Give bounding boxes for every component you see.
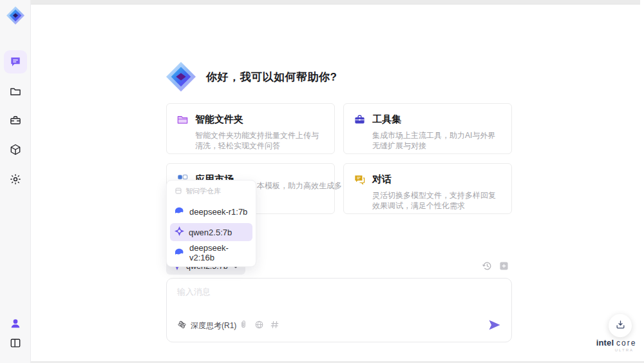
chat-top-actions (482, 260, 509, 271)
core-wordmark: core (616, 338, 636, 348)
sidebar-item-folders[interactable] (4, 80, 27, 103)
card-description: 集成市场上主流工具，助力AI与外界无缝扩展与对接 (372, 130, 502, 151)
history-icon[interactable] (482, 260, 493, 271)
card-description: 智能文件夹功能支持批量文件上传与清洗，轻松实现文件问答 (195, 130, 325, 151)
message-input[interactable]: 输入消息 (177, 286, 211, 298)
window-title-bar (31, 0, 640, 5)
message-composer: 输入消息 深度思考(R1) (166, 278, 512, 342)
send-icon[interactable] (487, 317, 502, 333)
cube-icon (9, 143, 22, 156)
card-dialogue[interactable]: 对话 灵活切换多模型文件，支持多样回复效果调试，满足个性化需求 (343, 163, 512, 214)
greeting-header: 你好，我可以如何帮助你? (166, 62, 337, 92)
assistant-logo (166, 62, 196, 92)
globe-icon[interactable] (254, 320, 264, 329)
greeting-text: 你好，我可以如何帮助你? (206, 70, 337, 84)
hash-icon[interactable] (270, 320, 279, 329)
intel-core-logo: intel core ULTRA (594, 338, 639, 352)
deepseek-whale-icon (175, 207, 185, 217)
new-chat-icon[interactable] (498, 260, 509, 271)
sidebar-item-panel-toggle[interactable] (4, 331, 27, 355)
deep-think-toggle[interactable]: 深度思考(R1) (177, 320, 236, 331)
download-button[interactable] (609, 314, 632, 337)
card-description-partial: 本模板，助力高效生成多 (257, 181, 342, 191)
folder-purple-icon (176, 113, 189, 126)
card-title: 对话 (372, 173, 392, 186)
card-title: 智能文件夹 (195, 113, 243, 126)
sidebar (0, 0, 31, 363)
ultra-wordmark: ULTRA (594, 348, 639, 352)
folder-icon (9, 85, 22, 98)
chat-yellow-icon (353, 173, 366, 186)
chat-icon (9, 55, 22, 68)
download-icon (615, 319, 626, 333)
model-option-label: deepseek-v2:16b (189, 243, 248, 262)
model-option-deepseek-r1[interactable]: deepseek-r1:7b (170, 202, 252, 221)
card-title: 工具集 (372, 113, 401, 126)
card-description: 灵活切换多模型文件，支持多样回复效果调试，满足个性化需求 (372, 190, 502, 211)
sidebar-item-chat[interactable] (4, 50, 27, 74)
paperclip-icon[interactable] (239, 320, 249, 329)
model-option-deepseek-v2[interactable]: deepseek-v2:16b (170, 244, 252, 262)
user-icon (9, 317, 22, 330)
briefcase-icon (353, 113, 366, 126)
model-dropdown-header-label: 智问学仓库 (185, 186, 221, 196)
model-option-qwen[interactable]: qwen2.5:7b (170, 223, 252, 241)
composer-tools (239, 320, 279, 329)
deep-think-icon (177, 320, 187, 331)
card-smart-folder[interactable]: 智能文件夹 智能文件夹功能支持批量文件上传与清洗，轻松实现文件问答 (166, 103, 335, 154)
intel-wordmark: intel (596, 338, 614, 348)
deep-think-label: 深度思考(R1) (191, 320, 236, 331)
sidebar-item-settings[interactable] (4, 168, 27, 191)
model-dropdown: 智问学仓库 deepseek-r1:7b qwen2.5:7b deepseek… (166, 180, 256, 267)
model-option-label: qwen2.5:7b (189, 228, 232, 237)
panel-icon (9, 337, 22, 349)
qwen-star-icon (175, 226, 184, 238)
model-dropdown-header: 智问学仓库 (170, 184, 252, 200)
model-option-label: deepseek-r1:7b (189, 207, 247, 217)
app-logo (6, 6, 24, 25)
sidebar-item-toolbox[interactable] (4, 109, 27, 132)
card-toolset[interactable]: 工具集 集成市场上主流工具，助力AI与外界无缝扩展与对接 (343, 103, 512, 154)
gear-icon (9, 173, 22, 186)
repository-icon (175, 187, 182, 196)
deepseek-whale-icon (175, 248, 185, 258)
toolbox-icon (9, 114, 22, 127)
sidebar-item-apps[interactable] (4, 138, 27, 161)
